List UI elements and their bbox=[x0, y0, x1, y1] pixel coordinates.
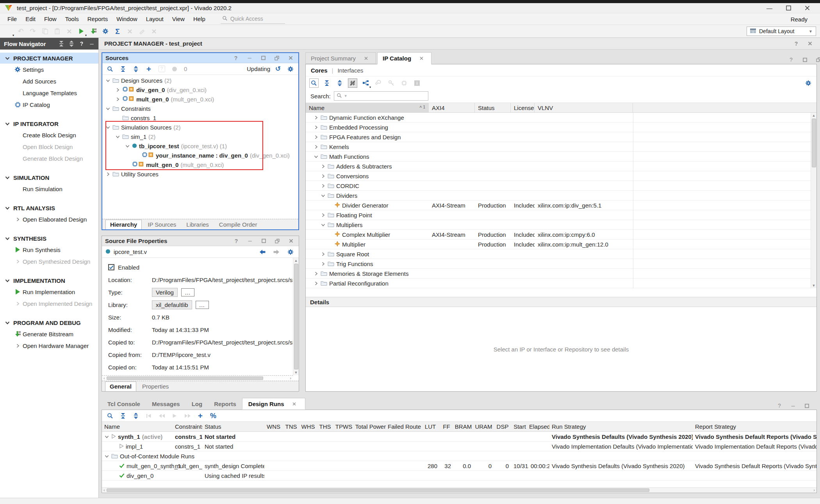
scroll-up-icon[interactable]: ▲ bbox=[294, 258, 298, 263]
catalog-row-conversions[interactable]: Conversions bbox=[306, 171, 816, 181]
flownav-item-settings[interactable]: Settings bbox=[0, 64, 98, 75]
maximize-icon[interactable] bbox=[800, 55, 809, 64]
maximize-button[interactable] bbox=[786, 4, 791, 13]
bottom-tab-log[interactable]: Log bbox=[186, 398, 209, 410]
close-tab-icon[interactable] bbox=[417, 54, 426, 63]
flow-section-header-project-manager[interactable]: PROJECT MANAGER bbox=[0, 53, 98, 64]
chevron-right-icon[interactable] bbox=[321, 262, 326, 266]
scroll-right-icon[interactable]: › bbox=[812, 488, 816, 492]
ip-search-input[interactable]: ▼ bbox=[334, 91, 428, 101]
close-icon[interactable] bbox=[286, 236, 296, 246]
column-header-report-strategy[interactable]: Report Strategy bbox=[693, 423, 816, 430]
scroll-left-icon[interactable]: ‹ bbox=[102, 376, 107, 380]
ellipsis-button[interactable]: … bbox=[196, 301, 209, 309]
gear-icon[interactable] bbox=[101, 27, 110, 36]
expand-all-icon[interactable] bbox=[131, 64, 141, 74]
tree-row-mult-gen-0[interactable]: mult_gen_0 (mult_gen_0.xci) bbox=[102, 160, 298, 169]
chevron-right-icon[interactable] bbox=[321, 252, 326, 256]
properties-settings-icon[interactable] bbox=[286, 247, 295, 257]
scrollbar-thumb[interactable] bbox=[294, 264, 298, 369]
float-icon[interactable] bbox=[272, 53, 282, 63]
folder-open-icon[interactable]: ▾ bbox=[4, 27, 13, 36]
scrollbar-thumb[interactable] bbox=[107, 488, 650, 492]
bottom-tab-design-runs[interactable]: Design Runs bbox=[242, 398, 305, 410]
expand-all-icon[interactable] bbox=[69, 41, 74, 47]
column-header-license[interactable]: License bbox=[511, 103, 535, 112]
design-runs-horizontal-scrollbar[interactable]: ‹ › bbox=[102, 487, 816, 493]
properties-tab-general[interactable]: General bbox=[105, 382, 136, 391]
menu-reports[interactable]: Reports bbox=[83, 14, 112, 24]
forward-icon[interactable] bbox=[272, 247, 281, 257]
chevron-right-icon[interactable] bbox=[314, 135, 319, 139]
menu-window[interactable]: Window bbox=[112, 14, 141, 24]
tree-row-constraints[interactable]: Constraints bbox=[102, 104, 298, 113]
chevron-down-icon[interactable] bbox=[5, 56, 10, 60]
menu-flow[interactable]: Flow bbox=[40, 14, 61, 24]
scrollbar-thumb[interactable] bbox=[107, 376, 263, 380]
flownav-item-run-simulation[interactable]: Run Simulation bbox=[0, 183, 98, 195]
chevron-right-icon[interactable] bbox=[115, 88, 120, 92]
help-icon[interactable]: ? bbox=[786, 55, 796, 64]
flownav-item-ip-catalog[interactable]: IP Catalog bbox=[0, 99, 98, 110]
flow-section-header-program-and-debug[interactable]: PROGRAM AND DEBUG bbox=[0, 317, 98, 328]
enabled-checkbox[interactable] bbox=[108, 264, 114, 270]
run-row-out-of-context-module-runs[interactable]: Out-of-Context Module Runs bbox=[102, 451, 816, 461]
tree-row-constrs-1[interactable]: constrs_1 bbox=[102, 113, 298, 122]
close-button[interactable] bbox=[804, 4, 810, 13]
chevron-down-icon[interactable] bbox=[314, 154, 319, 159]
column-header-failed-routes[interactable]: Failed Routes bbox=[387, 423, 421, 430]
magnifier-icon[interactable] bbox=[105, 64, 115, 74]
column-header-start[interactable]: Start bbox=[511, 423, 528, 430]
flownav-item-open-hardware-manager[interactable]: Open Hardware Manager bbox=[0, 340, 98, 351]
flow-section-header-rtl-analysis[interactable]: RTL ANALYSIS bbox=[0, 202, 98, 213]
gear-icon[interactable] bbox=[286, 64, 295, 74]
float-icon[interactable] bbox=[273, 236, 282, 246]
magnifier-icon[interactable] bbox=[309, 78, 319, 88]
flow-section-header-implementation[interactable]: IMPLEMENTATION bbox=[0, 275, 98, 286]
tree-row-tb-ipcore-test[interactable]: tb_ipcore_test (ipcore_test.v) (1) bbox=[102, 141, 298, 151]
close-tab-icon[interactable] bbox=[361, 53, 371, 63]
run-row-mult-gen-0-synth-1[interactable]: mult_gen_0_synth_1mult_gen_0synth_design… bbox=[102, 461, 816, 471]
property-value-input[interactable]: xil_defaultlib bbox=[152, 300, 192, 309]
menu-edit[interactable]: Edit bbox=[21, 14, 40, 24]
sources-tab-hierarchy[interactable]: Hierarchy bbox=[105, 220, 142, 229]
catalog-row-dynamic-function-exchange[interactable]: Dynamic Function eXchange bbox=[306, 113, 816, 122]
column-header-total-power[interactable]: Total Power bbox=[354, 423, 387, 430]
chevron-right-icon[interactable] bbox=[314, 281, 319, 286]
run-play-icon[interactable]: ▾ bbox=[77, 27, 86, 36]
chevron-down-icon[interactable] bbox=[5, 279, 10, 283]
chevron-down-icon[interactable] bbox=[5, 236, 10, 241]
scroll-left-icon[interactable]: ‹ bbox=[102, 488, 107, 492]
flow-section-header-ip-integrator[interactable]: IP INTEGRATOR bbox=[0, 118, 98, 129]
flownav-item-create-block-design[interactable]: Create Block Design bbox=[0, 129, 98, 141]
bottom-tab-tcl-console[interactable]: Tcl Console bbox=[102, 398, 146, 410]
flow-section-header-synthesis[interactable]: SYNTHESIS bbox=[0, 233, 98, 244]
scroll-down-icon[interactable]: ▼ bbox=[812, 283, 816, 288]
minimize-icon[interactable]: ─ bbox=[89, 41, 94, 47]
collapse-all-icon[interactable] bbox=[59, 41, 64, 47]
catalog-row-multipliers[interactable]: Multipliers bbox=[306, 220, 816, 230]
help-icon[interactable]: ? bbox=[231, 53, 241, 63]
expand-all-icon[interactable] bbox=[131, 411, 141, 421]
column-header-run-strategy[interactable]: Run Strategy bbox=[549, 423, 693, 430]
close-icon[interactable] bbox=[286, 53, 295, 63]
percent-icon[interactable]: % bbox=[209, 411, 218, 421]
chevron-right-icon[interactable] bbox=[314, 145, 319, 149]
chevron-right-icon[interactable] bbox=[314, 115, 319, 120]
quick-access-search[interactable]: Quick Access bbox=[221, 14, 285, 24]
column-header-bram[interactable]: BRAM bbox=[453, 423, 473, 430]
chevron-down-icon[interactable] bbox=[105, 106, 111, 111]
gear-icon[interactable] bbox=[804, 78, 813, 88]
bottom-tab-messages[interactable]: Messages bbox=[146, 398, 186, 410]
chevron-right-icon[interactable] bbox=[314, 125, 319, 130]
ellipsis-button[interactable]: … bbox=[181, 288, 194, 296]
column-header-vlnv[interactable]: VLNV bbox=[535, 103, 633, 112]
flownav-item-add-sources[interactable]: Add Sources bbox=[0, 75, 98, 87]
scroll-up-icon[interactable]: ▲ bbox=[812, 113, 816, 118]
column-header-axi4[interactable]: AXI4 bbox=[429, 103, 475, 112]
sigma-icon[interactable]: Σ bbox=[113, 27, 122, 36]
menu-layout[interactable]: Layout bbox=[142, 14, 168, 24]
catalog-row-dividers[interactable]: Dividers bbox=[306, 191, 816, 201]
back-icon[interactable] bbox=[258, 247, 267, 257]
catalog-row-partial-reconfiguration[interactable]: Partial Reconfiguration bbox=[306, 279, 816, 288]
